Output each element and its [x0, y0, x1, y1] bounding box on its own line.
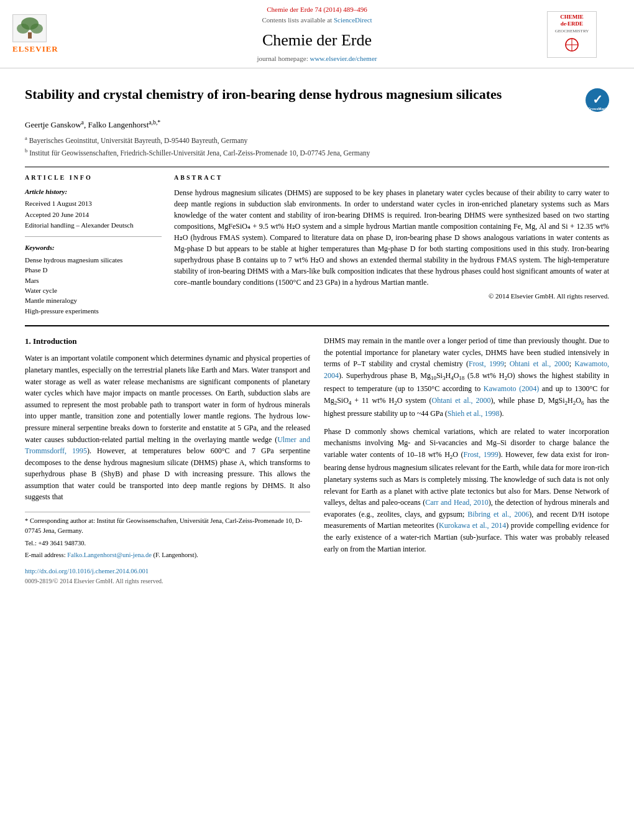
ref-shieh-1998[interactable]: Shieh et al., 1998 [448, 409, 500, 418]
ref-carr-head-2010[interactable]: Carr and Head, 2010 [425, 498, 489, 507]
ref-frost-1999b[interactable]: Frost, 1999 [463, 450, 498, 459]
elsevier-tree-logo [12, 14, 47, 42]
svg-text:CrossMark: CrossMark [587, 107, 607, 111]
keyword-2: Phase D [25, 265, 162, 275]
homepage-url[interactable]: www.elsevier.de/chemer [310, 55, 377, 62]
affiliation-a: a Bayerisches Geoinstitut, Universität B… [25, 134, 609, 145]
article-history-label: Article history: [25, 187, 162, 196]
affiliation-b: b Institut für Geowissenschaften, Friedr… [25, 147, 609, 158]
journal-homepage: journal homepage: www.elsevier.de/chemer [87, 54, 547, 63]
intro-paragraph-2: DHMS may remain in the mantle over a lon… [324, 335, 609, 420]
keywords-label: Keywords: [25, 243, 162, 252]
chemie-de-erde-logo: CHEMIE de·ERDE GEOCHEMISTRY [547, 11, 597, 58]
corresponding-author-note: * Corresponding author at: Institut für … [25, 516, 310, 537]
contents-available-line: Contents lists available at ScienceDirec… [87, 16, 547, 25]
doi-link[interactable]: http://dx.doi.org/10.1016/j.chemer.2014.… [25, 566, 310, 576]
elsevier-text: ELSEVIER [12, 44, 58, 55]
article-info-column: ARTICLE INFO Article history: Received 1… [25, 173, 162, 316]
abstract-column: ABSTRACT Dense hydrous magnesium silicat… [174, 173, 609, 316]
svg-text:✓: ✓ [592, 93, 603, 106]
abstract-text: Dense hydrous magnesium silicates (DHMS)… [174, 187, 609, 288]
received-date: Received 1 August 2013 [25, 199, 162, 208]
email-link[interactable]: Falko.Langenhorst@uni-jena.de [67, 552, 152, 558]
keyword-4: Water cycle [25, 286, 162, 295]
footnote-section: * Corresponding author at: Institut für … [25, 512, 310, 560]
body-left-column: 1. Introduction Water is an important vo… [25, 335, 310, 586]
issn-line: 0009-2819/© 2014 Elsevier GmbH. All righ… [25, 576, 310, 586]
body-right-column: DHMS may remain in the mantle over a lon… [324, 335, 609, 586]
intro-paragraph-3: Phase D commonly shows chemical variatio… [324, 426, 609, 555]
keyword-5: Mantle mineralogy [25, 296, 162, 305]
journal-title: Chemie der Erde [87, 29, 547, 52]
authors-line: Geertje Ganskowa, Falko Langenhorsta,b,* [25, 118, 609, 131]
ref-ohtani-2000[interactable]: Ohtani et al., 2000 [510, 359, 569, 368]
svg-point-3 [30, 24, 43, 34]
accepted-date: Accepted 20 June 2014 [25, 210, 162, 219]
keyword-1: Dense hydrous magnesium silicates [25, 256, 162, 265]
article-title: Stability and crystal chemistry of iron-… [25, 86, 586, 104]
keyword-3: Mars [25, 276, 162, 285]
tel-note: Tel.: +49 3641 948730. [25, 538, 310, 548]
journal-volume-info: Chemie der Erde 74 (2014) 489–496 [87, 5, 547, 14]
intro-paragraph-1: Water is an important volatile component… [25, 353, 310, 503]
ref-ohtani-2000b[interactable]: Ohtani et al., 2000 [432, 396, 491, 405]
abstract-header: ABSTRACT [174, 173, 609, 182]
article-info-header: ARTICLE INFO [25, 173, 162, 182]
svg-point-2 [17, 24, 29, 34]
copyright-notice: © 2014 Elsevier GmbH. All rights reserve… [174, 292, 609, 301]
keyword-6: High-pressure experiments [25, 307, 162, 316]
crossmark-badge: ✓ CrossMark [586, 88, 609, 112]
editorial-handling: Editorial handling – Alexander Deutsch [25, 221, 162, 230]
svg-rect-4 [28, 32, 32, 39]
section1-title: 1. Introduction [25, 335, 310, 348]
ref-frost-1999[interactable]: Frost, 1999 [469, 359, 504, 368]
ref-bibring-2006[interactable]: Bibring et al., 2006 [467, 510, 529, 519]
ref-kurokawa-2014[interactable]: Kurokawa et al., 2014 [439, 521, 506, 530]
sciencedirect-link[interactable]: ScienceDirect [334, 16, 372, 24]
email-note: E-mail address: Falko.Langenhorst@uni-je… [25, 550, 310, 560]
ref-kawamoto-2004b[interactable]: Kawamoto (2004) [484, 384, 539, 393]
ref-ulmer-1995[interactable]: Ulmer and Trommsdorff, 1995 [25, 435, 310, 456]
